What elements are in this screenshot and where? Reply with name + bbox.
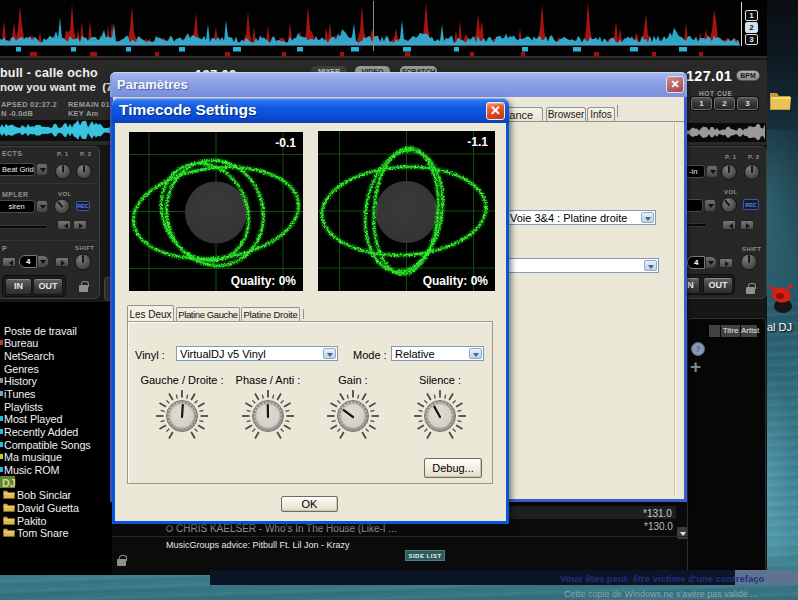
svg-text:-0.1: -0.1 — [275, 136, 296, 150]
svg-text:Quality: 0%: Quality: 0% — [231, 274, 297, 288]
svg-text:-1.1: -1.1 — [467, 135, 488, 149]
svg-text:?: ? — [696, 344, 701, 354]
svg-text:Quality: 0%: Quality: 0% — [423, 274, 489, 288]
